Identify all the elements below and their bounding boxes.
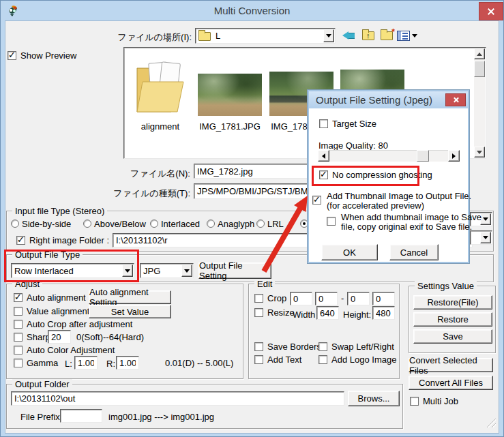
show-preview-checkbox[interactable]	[8, 51, 16, 60]
window-close-button[interactable]	[479, 2, 503, 20]
file-prefix-input[interactable]	[60, 409, 102, 423]
crop-checkbox[interactable]	[254, 294, 263, 303]
folder-thumbnail-icon[interactable]	[134, 57, 187, 117]
radio-lrl[interactable]	[256, 220, 265, 228]
save-borders-label[interactable]: Save Borders	[267, 342, 321, 352]
target-size-checkbox[interactable]	[319, 119, 328, 128]
dialog-close-button[interactable]	[445, 93, 466, 106]
add-logo-label[interactable]: Add Logo Image	[331, 355, 396, 365]
vertical-scrollbar[interactable]	[474, 48, 485, 157]
gamma-l-input[interactable]	[74, 356, 98, 370]
radio-above-below[interactable]	[83, 220, 91, 228]
add-text-checkbox[interactable]	[254, 355, 263, 364]
height-input[interactable]	[372, 306, 395, 320]
radio-label-interlaced[interactable]: Interlaced	[161, 219, 200, 229]
restore-file-button[interactable]: Restore(File)	[413, 295, 492, 310]
radio-label-anaglyph[interactable]: Anaglyph	[218, 219, 254, 229]
auto-alignment-label[interactable]: Auto alignment	[27, 292, 86, 303]
scroll-down-icon[interactable]	[474, 147, 485, 157]
scroll-up-icon[interactable]	[474, 48, 485, 59]
value-alignment-checkbox[interactable]	[14, 307, 23, 316]
view-menu-icon[interactable]	[397, 29, 417, 42]
sharpen-checkbox[interactable]	[14, 333, 23, 342]
auto-crop-label[interactable]: Auto Crop after adjustment	[27, 319, 132, 329]
gamma-checkbox[interactable]	[14, 359, 23, 367]
crop-y1-input[interactable]	[315, 292, 338, 305]
crop-x1-input[interactable]	[290, 292, 312, 305]
no-ghosting-label[interactable]: No compression ghosting	[332, 170, 432, 180]
file-item-label[interactable]: IMG_1781.JPG	[190, 121, 270, 132]
ok-button[interactable]: OK	[321, 244, 378, 260]
target-size-label[interactable]: Target Size	[332, 119, 376, 129]
auto-alignment-setting-button[interactable]: Auto alignment Setting	[89, 290, 171, 304]
output-ext-combobox[interactable]: JPG	[140, 263, 194, 278]
crop-x2-input[interactable]	[347, 292, 370, 305]
auto-crop-checkbox[interactable]	[14, 320, 23, 329]
save-borders-checkbox[interactable]	[254, 342, 263, 351]
gamma-label[interactable]: Gamma	[27, 358, 58, 368]
output-format-combobox[interactable]: Row Interlaced	[11, 263, 134, 278]
swap-label[interactable]: Swap Left/Right	[331, 342, 394, 352]
add-text-label[interactable]: Add Text	[267, 355, 301, 365]
width-input[interactable]	[316, 306, 339, 320]
resize-checkbox[interactable]	[254, 308, 263, 317]
browse-button[interactable]: Brows...	[348, 391, 400, 406]
new-folder-icon[interactable]: *	[379, 29, 395, 42]
gamma-r-input[interactable]	[116, 356, 139, 370]
copy-exif-checkbox[interactable]	[327, 217, 336, 226]
convert-selected-files-button[interactable]: Convert Selected Files	[409, 358, 493, 372]
set-value-button[interactable]: Set Value	[89, 305, 171, 318]
back-arrow-icon[interactable]	[341, 29, 356, 42]
window-titlebar[interactable]: Multi Conversion	[1, 1, 503, 20]
add-thumbnail-label-line2[interactable]: (for accelerated preview)	[327, 200, 424, 211]
radio-label-lrl[interactable]: LRL	[267, 219, 284, 229]
resize-label[interactable]: Resize	[267, 307, 295, 318]
chevron-down-icon[interactable]	[181, 265, 192, 277]
multi-job-checkbox[interactable]	[410, 397, 419, 406]
dialog-titlebar[interactable]: Output File Setting (Jpeg)	[309, 91, 468, 108]
add-thumbnail-label-line1[interactable]: Add Thumbnail Image to Output File.	[327, 191, 471, 201]
convert-all-files-button[interactable]: Convert All Files	[409, 376, 493, 390]
radio-label-above-below[interactable]: Above/Below	[94, 219, 146, 229]
value-alignment-label[interactable]: Value alignment	[27, 306, 89, 316]
slider-right-icon[interactable]	[448, 150, 460, 162]
right-image-folder-label[interactable]: Right image Folder :	[29, 235, 109, 245]
file-location-combobox[interactable]: L	[195, 28, 336, 44]
output-file-setting-button[interactable]: Output File Setting	[198, 262, 271, 279]
crop-label[interactable]: Crop	[267, 293, 286, 303]
chevron-down-icon[interactable]	[480, 232, 491, 243]
add-logo-checkbox[interactable]	[318, 355, 327, 364]
radio-side-by-side[interactable]	[11, 220, 19, 228]
chevron-down-icon[interactable]	[122, 265, 133, 277]
right-image-folder-checkbox[interactable]	[16, 236, 25, 245]
chevron-down-icon[interactable]	[480, 213, 491, 225]
hidden-combobox-2[interactable]	[470, 230, 492, 245]
save-button[interactable]: Save	[413, 329, 492, 344]
radio-interlaced[interactable]	[150, 220, 158, 228]
add-thumbnail-checkbox[interactable]	[312, 196, 321, 205]
slider-left-icon[interactable]	[318, 150, 329, 162]
auto-color-checkbox[interactable]	[14, 346, 23, 355]
show-preview-label[interactable]: Show Preview	[20, 50, 76, 61]
output-folder-input[interactable]	[11, 391, 344, 406]
scrollbar-thumb[interactable]	[474, 61, 485, 77]
radio-anaglyph[interactable]	[207, 220, 215, 228]
multi-job-label[interactable]: Multi Job	[423, 396, 458, 406]
cancel-button[interactable]: Cancel	[389, 244, 439, 260]
thumbnail-img-1781[interactable]	[198, 74, 262, 116]
sharpen-input[interactable]	[48, 330, 71, 344]
no-ghosting-checkbox[interactable]	[319, 170, 328, 179]
chevron-down-icon[interactable]	[323, 29, 334, 42]
radio-label-side-by-side[interactable]: Side-by-side	[22, 219, 71, 229]
folder-up-icon[interactable]: ↑	[360, 29, 376, 42]
swap-checkbox[interactable]	[318, 342, 327, 351]
copy-exif-label-line2[interactable]: file, copy original exif to Save file.	[341, 222, 472, 232]
file-item-label[interactable]: alignment	[131, 121, 190, 132]
auto-alignment-checkbox[interactable]	[14, 293, 23, 302]
copy-exif-label-line1[interactable]: When add thumbnail image to Save	[341, 212, 481, 222]
auto-color-label[interactable]: Auto Color Adjustment	[27, 345, 115, 355]
image-quality-slider[interactable]	[318, 150, 460, 162]
slider-thumb[interactable]	[417, 150, 429, 162]
restore-button[interactable]: Restore	[413, 312, 492, 327]
crop-y2-input[interactable]	[372, 292, 395, 305]
